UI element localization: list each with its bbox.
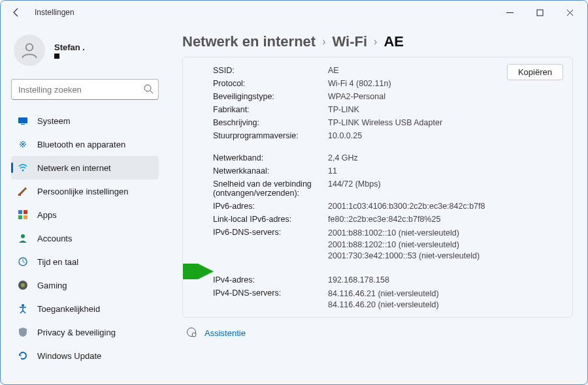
svg-rect-8 xyxy=(24,210,27,214)
user-name: Stefan . xyxy=(54,42,85,52)
prop-value: fe80::2c2b:ec3e:842c:b7f8%25 xyxy=(328,215,563,224)
sidebar-item-label: Accounts xyxy=(37,234,72,243)
prop-label: Beveiligingstype: xyxy=(213,92,328,101)
prop-value: 2001:b88:1002::10 (niet-versleuteld)2001… xyxy=(328,228,563,262)
prop-value: 2,4 GHz xyxy=(328,153,563,162)
sidebar: Stefan . Systeem ※Bluetooth en apparaten… xyxy=(1,24,163,384)
sidebar-item-network[interactable]: Netwerk en internet xyxy=(11,156,159,179)
help-icon xyxy=(186,327,197,339)
prop-value: 10.0.0.25 xyxy=(328,131,563,140)
sidebar-item-label: Netwerk en internet xyxy=(37,163,111,173)
svg-point-14 xyxy=(21,283,25,287)
prop-value: 84.116.46.21 (niet-versleuteld)84.116.46… xyxy=(328,288,563,311)
help-link[interactable]: Assistentie xyxy=(182,327,573,339)
prop-label: IPv4-DNS-servers: xyxy=(213,288,328,311)
sidebar-item-system[interactable]: Systeem xyxy=(11,109,159,132)
prop-band: Netwerkband:2,4 GHz xyxy=(213,151,563,164)
svg-point-15 xyxy=(22,304,24,307)
prop-value: WPA2-Personal xyxy=(328,92,563,101)
sidebar-item-accounts[interactable]: Accounts xyxy=(11,226,159,250)
prop-ipv4: IPv4-adres:192.168.178.158 xyxy=(213,273,563,286)
sidebar-item-label: Apps xyxy=(37,210,57,220)
prop-value: TP-LINK xyxy=(328,105,563,114)
svg-rect-10 xyxy=(24,215,27,219)
svg-point-1 xyxy=(26,44,33,51)
avatar xyxy=(14,35,45,66)
sidebar-item-time[interactable]: Tijd en taal xyxy=(11,250,159,273)
crumb-current: AE xyxy=(384,33,404,50)
prop-label: Snelheid van de verbinding (ontvangen/ve… xyxy=(213,179,328,198)
svg-point-5 xyxy=(22,170,24,172)
display-icon xyxy=(18,116,28,126)
svg-point-11 xyxy=(21,234,25,238)
main-content: Netwerk en internet › Wi-Fi › AE Kopiëre… xyxy=(163,24,587,384)
prop-value: TP-LINK Wireless USB Adapter xyxy=(328,118,563,127)
prop-vendor: Fabrikant:TP-LINK xyxy=(213,103,563,116)
person-icon xyxy=(18,233,28,243)
chevron-right-icon: › xyxy=(322,36,325,48)
search-icon xyxy=(143,84,154,94)
crumb-network[interactable]: Netwerk en internet xyxy=(182,33,316,50)
prop-label: Beschrijving: xyxy=(213,118,328,127)
prop-linklocal-ipv6: Link-local IPv6-adres:fe80::2c2b:ec3e:84… xyxy=(213,213,563,226)
sidebar-item-personalize[interactable]: Persoonlijke instellingen xyxy=(11,179,159,203)
update-icon xyxy=(18,350,28,361)
globe-clock-icon xyxy=(18,256,28,267)
sidebar-item-gaming[interactable]: Gaming xyxy=(11,273,159,297)
svg-rect-6 xyxy=(18,194,21,196)
user-status-icon xyxy=(54,54,59,59)
back-button[interactable] xyxy=(7,3,25,22)
prop-ipv4-dns: IPv4-DNS-servers:84.116.46.21 (niet-vers… xyxy=(213,286,563,313)
search-input[interactable] xyxy=(11,79,159,100)
shield-icon xyxy=(18,327,28,337)
prop-ipv6-dns: IPv6-DNS-servers:2001:b88:1002::10 (niet… xyxy=(213,226,563,264)
window-controls xyxy=(495,1,585,24)
copy-button[interactable]: Kopiëren xyxy=(507,64,563,80)
prop-description: Beschrijving:TP-LINK Wireless USB Adapte… xyxy=(213,116,563,129)
bluetooth-icon: ※ xyxy=(18,139,28,149)
sidebar-item-accessibility[interactable]: Toegankelijkheid xyxy=(11,297,159,320)
prop-channel: Netwerkkanaal:11 xyxy=(213,164,563,177)
sidebar-item-label: Gaming xyxy=(37,281,67,290)
prop-link-speed: Snelheid van de verbinding (ontvangen/ve… xyxy=(213,177,563,200)
svg-rect-3 xyxy=(18,117,27,123)
gaming-icon xyxy=(18,280,28,290)
prop-label: Netwerkband: xyxy=(213,153,328,162)
wifi-icon xyxy=(18,162,28,173)
svg-rect-7 xyxy=(18,210,22,214)
prop-value: 192.168.178.158 xyxy=(328,275,563,285)
svg-point-18 xyxy=(192,333,196,337)
crumb-wifi[interactable]: Wi-Fi xyxy=(333,33,368,50)
prop-label: Link-local IPv6-adres: xyxy=(213,215,328,224)
sidebar-item-label: Privacy & beveiliging xyxy=(37,328,116,337)
sidebar-item-privacy[interactable]: Privacy & beveiliging xyxy=(11,320,159,344)
sidebar-item-label: Toegankelijkheid xyxy=(37,304,100,314)
prop-security-type: Beveiligingstype:WPA2-Personal xyxy=(213,90,563,103)
prop-label: IPv4-adres: xyxy=(213,275,328,285)
sidebar-item-label: Bluetooth en apparaten xyxy=(37,140,125,149)
maximize-button[interactable] xyxy=(525,1,555,24)
breadcrumb: Netwerk en internet › Wi-Fi › AE xyxy=(182,33,573,50)
nav-list: Systeem ※Bluetooth en apparaten Netwerk … xyxy=(11,109,159,367)
user-account[interactable]: Stefan . xyxy=(11,31,159,70)
sidebar-item-label: Systeem xyxy=(37,116,71,126)
accessibility-icon xyxy=(18,303,28,314)
titlebar: Instellingen xyxy=(1,1,587,24)
prop-label: Stuurprogrammaversie: xyxy=(213,131,328,140)
window-title: Instellingen xyxy=(35,8,74,17)
close-button[interactable] xyxy=(555,1,585,24)
prop-value: 144/72 (Mbps) xyxy=(328,179,563,198)
prop-value: Wi-Fi 4 (802.11n) xyxy=(328,79,563,88)
sidebar-item-update[interactable]: Windows Update xyxy=(11,344,159,367)
search-box xyxy=(11,79,159,100)
sidebar-item-bluetooth[interactable]: ※Bluetooth en apparaten xyxy=(11,132,159,156)
sidebar-item-label: Persoonlijke instellingen xyxy=(37,187,128,196)
sidebar-item-label: Windows Update xyxy=(37,351,101,361)
svg-rect-9 xyxy=(18,215,22,219)
annotation-arrow xyxy=(182,264,216,279)
prop-value: 11 xyxy=(328,166,563,176)
prop-value: 2001:1c03:4106:b300:2c2b:ec3e:842c:b7f8 xyxy=(328,202,563,211)
minimize-button[interactable] xyxy=(495,1,525,24)
sidebar-item-apps[interactable]: Apps xyxy=(11,203,159,226)
prop-label: IPv6-DNS-servers: xyxy=(213,228,328,262)
